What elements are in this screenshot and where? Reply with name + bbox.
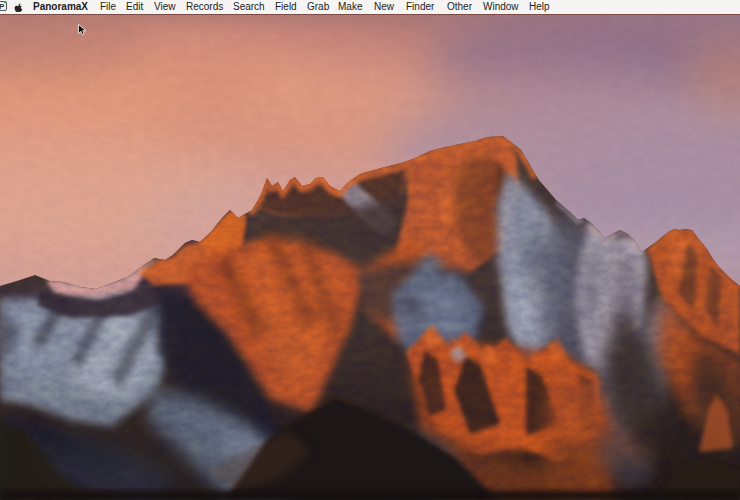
svg-text:P: P (0, 2, 5, 11)
